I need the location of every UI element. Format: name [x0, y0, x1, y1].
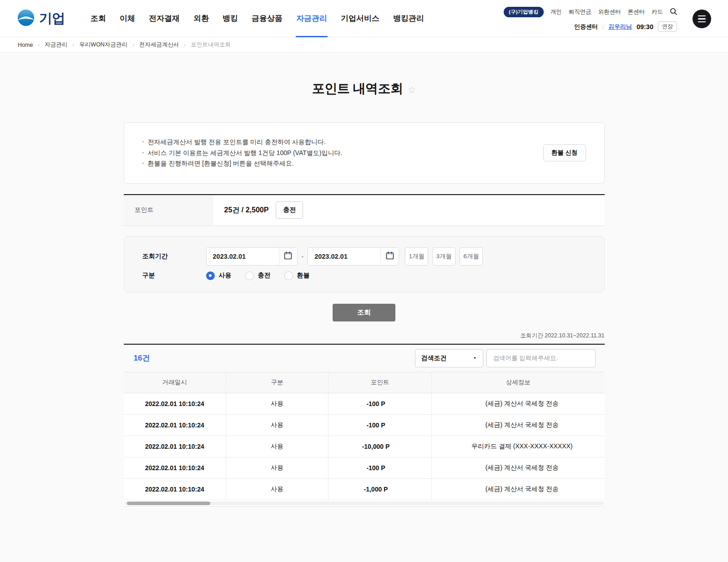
- point-summary-row: 포인트 25건 / 2,500P 충전: [124, 194, 605, 226]
- main-content: 포인트 내역조회 ☆ 전자세금계산서 발행 전용 포인트를 미리 충전하여 사용…: [124, 53, 605, 507]
- favorite-star-icon[interactable]: ☆: [407, 85, 416, 95]
- woori-bank-logo-icon: [17, 9, 35, 28]
- breadcrumb-e-tax-invoice[interactable]: 전자세금계산서: [139, 41, 179, 49]
- search-condition-select[interactable]: 검색조건 ▼: [415, 349, 483, 367]
- cell-points: -100 P: [329, 457, 432, 478]
- period-3month-button[interactable]: 3개월: [432, 247, 455, 266]
- inquiry-submit-button[interactable]: 조회: [333, 304, 395, 321]
- type-label: 구분: [142, 271, 206, 280]
- nav-banking[interactable]: 뱅킹: [216, 0, 245, 37]
- util-link-retirement-pension[interactable]: 퇴직연금: [569, 8, 592, 16]
- table-row: 2022.02.01 10:10:24 사용 -1,000 P (세금) 계산서…: [124, 478, 605, 500]
- cell-type: 사용: [226, 436, 329, 457]
- col-header-type: 구분: [226, 372, 329, 393]
- logo-text: 기업: [39, 10, 65, 28]
- col-header-points: 포인트: [329, 372, 432, 393]
- col-header-datetime: 거래일시: [124, 372, 226, 393]
- global-header: 기업 조회 이체 전자결재 외환 뱅킹 금융상품 자금관리 기업서비스 뱅킹관리…: [0, 0, 728, 37]
- nav-fund-management[interactable]: 자금관리: [289, 0, 334, 37]
- cell-datetime: 2022.02.01 10:10:24: [124, 478, 226, 500]
- breadcrumb-current-page: 포인트내역조회: [191, 41, 231, 49]
- breadcrumb-fund-management[interactable]: 자금관리: [45, 41, 67, 49]
- util-link-forex-center[interactable]: 외환센터: [598, 8, 621, 16]
- nav-inquiry[interactable]: 조회: [84, 0, 113, 37]
- col-header-details: 상세정보: [432, 372, 605, 393]
- cell-datetime: 2022.02.01 10:10:24: [124, 393, 226, 414]
- header-search-button[interactable]: [670, 8, 677, 16]
- nav-financial-products[interactable]: 금융상품: [245, 0, 289, 37]
- info-note: 환불을 진행하려면 [환불신청] 버튼을 선택해주세요.: [142, 158, 586, 169]
- nav-transfer[interactable]: 이체: [113, 0, 142, 37]
- util-link-personal[interactable]: 개인: [551, 8, 562, 16]
- legacy-banking-badge[interactable]: (구)기업뱅킹: [504, 7, 543, 17]
- radio-icon: [284, 271, 293, 280]
- all-menu-button[interactable]: [693, 10, 711, 28]
- cell-type: 사용: [226, 478, 329, 500]
- date-from-input[interactable]: [207, 248, 279, 265]
- radio-use[interactable]: 사용: [206, 271, 232, 280]
- auth-center-link[interactable]: 인증센터: [574, 23, 598, 31]
- hamburger-menu-icon: [698, 15, 706, 17]
- nav-corporate-services[interactable]: 기업서비스: [334, 0, 386, 37]
- result-count: 16건: [134, 353, 150, 363]
- scrollbar-thumb[interactable]: [127, 502, 210, 505]
- hamburger-menu-icon: [698, 18, 706, 20]
- table-row: 2022.02.01 10:10:24 사용 -10,000 P 우리카드 결제…: [124, 436, 605, 457]
- cell-details: (세금) 계산서 국세청 전송: [432, 393, 605, 414]
- user-name-link[interactable]: 김우리님: [608, 23, 632, 31]
- chevron-right-icon: ›: [38, 42, 40, 48]
- results-section: 16건 검색조건 ▼ 거래일시 구분 포인트 상세정보: [124, 344, 605, 507]
- chevron-right-icon: ›: [132, 42, 134, 48]
- refund-request-button[interactable]: 환불 신청: [543, 144, 586, 161]
- point-summary-label: 포인트: [124, 195, 213, 226]
- util-link-card[interactable]: 카드: [652, 8, 663, 16]
- utility-area: (구)기업뱅킹 개인 퇴직연금 외환센터 론센터 카드 인증센터 | 김우리님 …: [504, 7, 677, 32]
- divider: |: [602, 24, 604, 30]
- date-from-calendar-button[interactable]: [279, 248, 297, 265]
- session-extend-button[interactable]: 연장: [658, 21, 677, 32]
- cell-points: -1,000 P: [329, 478, 432, 500]
- radio-refund-label: 환불: [297, 271, 310, 280]
- points-history-table: 거래일시 구분 포인트 상세정보 2022.02.01 10:10:24 사용 …: [124, 372, 605, 500]
- radio-icon: [206, 271, 215, 280]
- cell-details: 우리카드 결제 (XXX-XXXX-XXXXX): [432, 436, 605, 457]
- nav-banking-management[interactable]: 뱅킹관리: [386, 0, 431, 37]
- period-6month-button[interactable]: 6개월: [460, 247, 483, 266]
- date-range-separator: -: [302, 253, 304, 260]
- radio-charge-label: 충전: [258, 271, 271, 280]
- charge-button[interactable]: 충전: [276, 201, 303, 219]
- cell-type: 사용: [226, 457, 329, 478]
- cell-details: (세금) 계산서 국세청 전송: [432, 414, 605, 436]
- cell-details: (세금) 계산서 국세청 전송: [432, 457, 605, 478]
- nav-forex[interactable]: 외환: [187, 0, 216, 37]
- cell-points: -10,000 P: [329, 436, 432, 457]
- nav-e-approval[interactable]: 전자결재: [142, 0, 187, 37]
- date-to-field: [308, 247, 399, 266]
- table-row: 2022.02.01 10:10:24 사용 -100 P (세금) 계산서 국…: [124, 414, 605, 436]
- date-to-calendar-button[interactable]: [380, 248, 399, 265]
- result-period-text: 조회기간 2022.10.31~2022.11.31: [124, 332, 605, 340]
- bank-logo[interactable]: 기업: [17, 9, 65, 28]
- cell-points: -100 P: [329, 414, 432, 436]
- scrollbar-track[interactable]: [125, 502, 604, 505]
- breadcrumb-home[interactable]: Home: [18, 42, 33, 48]
- table-horizontal-scrollbar[interactable]: [124, 500, 605, 506]
- cell-points: -100 P: [329, 393, 432, 414]
- cell-details: (세금) 계산서 국세청 전송: [432, 478, 605, 500]
- page-title: 포인트 내역조회: [312, 80, 403, 97]
- type-radio-group: 사용 충전 환불: [206, 271, 310, 280]
- radio-refund[interactable]: 환불: [284, 271, 310, 280]
- breadcrumb-woori-won-fund[interactable]: 우리WON자금관리: [79, 41, 127, 49]
- date-from-field: [206, 247, 298, 266]
- radio-icon: [245, 271, 254, 280]
- period-1month-button[interactable]: 1개월: [405, 247, 428, 266]
- keyword-search-input[interactable]: [486, 349, 596, 367]
- radio-charge[interactable]: 충전: [245, 271, 271, 280]
- date-to-input[interactable]: [308, 248, 380, 265]
- search-icon: [670, 8, 677, 16]
- search-condition-label: 검색조건: [421, 354, 447, 362]
- cell-type: 사용: [226, 414, 329, 436]
- global-nav: 조회 이체 전자결재 외환 뱅킹 금융상품 자금관리 기업서비스 뱅킹관리: [84, 0, 431, 37]
- cell-datetime: 2022.02.01 10:10:24: [124, 414, 226, 436]
- util-link-loan-center[interactable]: 론센터: [628, 8, 645, 16]
